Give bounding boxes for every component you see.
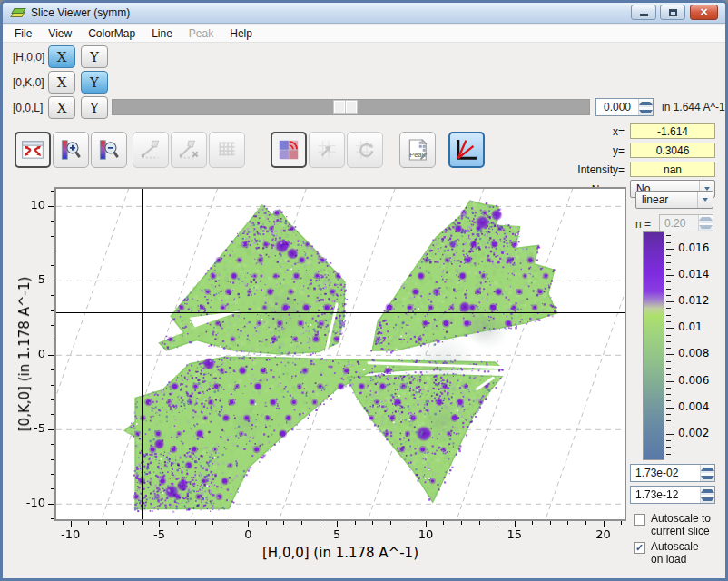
colorbar-zoom-out-button[interactable] [91,132,127,168]
menu-file[interactable]: File [6,25,40,42]
nonorthogonal-axes-icon [453,136,480,163]
dim-00l-x-button[interactable]: X [48,96,75,119]
slice-units-label: in 1.644 A^-1 [662,101,725,113]
slice-spin-down-button[interactable] [639,107,653,115]
colorbar-tick [666,262,671,263]
peaks-overlay-button[interactable]: Peak [399,132,436,168]
colorbar-tick [666,341,671,342]
slice-spin-up-button[interactable] [639,99,653,107]
readout-intensity-value: nan [630,162,715,177]
dim-0k0-y-button[interactable]: Y [81,71,108,94]
slice-slider-handle[interactable] [334,101,358,113]
min-spin-down-button[interactable] [701,495,714,503]
menu-help[interactable]: Help [221,25,261,42]
colorbar-zoom-in-button[interactable] [53,132,89,168]
readout-y-value: 0.3046 [630,143,715,158]
snap-grid-icon [214,137,240,162]
menu-bar: File View ColorMap Line Peak Help [3,25,725,43]
dim-h00-x-button[interactable]: X [48,45,75,68]
colorbar-zoom-in-icon [58,137,84,162]
title-bar[interactable]: Slice Viewer (symm) ✕ [3,3,725,24]
autoscale-current-checkbox[interactable] [634,514,645,526]
nonorthogonal-axes-button[interactable] [448,132,485,168]
menu-colormap[interactable]: ColorMap [80,25,143,42]
colorbar-tick [666,289,671,290]
colorbar-tick [666,361,671,362]
snap-grid-button [209,132,245,168]
close-button[interactable]: ✕ [690,5,718,20]
colorbar-tick [666,381,674,382]
rebin-refresh-icon [352,137,378,162]
power-n-spinbox: 0.20 [659,214,713,231]
maximize-button[interactable] [660,5,685,20]
colorbar [643,231,664,460]
scale-type-combobox[interactable]: linear [635,191,713,209]
menu-line[interactable]: Line [143,25,181,42]
menu-peak: Peak [181,25,221,42]
autoscale-load-check-icon: ✓ [635,542,644,554]
minimize-button[interactable] [631,5,656,20]
plot-canvas[interactable] [22,182,635,545]
colorbar-tick [666,335,671,336]
colorbar-tick-label: 0.016 [678,241,709,254]
colorbar-tick-label: 0.01 [678,320,703,333]
zoom-to-fit-button[interactable] [15,132,51,168]
colorbar-tick [666,275,674,276]
colorbar-tick [666,408,674,409]
colorbar-tick-label: 0.004 [678,400,709,413]
slice-value[interactable]: 0.000 [596,99,638,115]
minimize-icon [640,14,648,16]
maximize-icon [669,9,677,16]
zoom-to-fit-icon [20,137,45,162]
slice-value-spinbox[interactable]: 0.000 [595,98,654,116]
colorbar-zoom-out-icon [96,137,122,162]
window-title: Slice Viewer (symm) [31,6,130,19]
draw-line-icon [138,137,163,162]
autoscale-load-checkbox[interactable]: ✓ [634,542,645,554]
colorbar-tick-label: 0.014 [678,268,709,281]
colorbar-tick [666,295,671,296]
readout-x-value: -1.614 [630,123,715,139]
colorbar-tick [666,255,671,256]
colorbar-max-spinbox[interactable]: 1.73e-02 [630,464,715,482]
rebin-mode-button[interactable] [271,132,307,168]
rebin-current-button [309,132,345,168]
max-spin-down-button[interactable] [701,473,714,481]
dim-h00-y-button[interactable]: Y [81,45,108,68]
colorbar-tick [666,235,671,236]
rebin-current-icon [314,137,339,162]
colorbar-tick [666,269,671,270]
draw-line-button [133,132,169,168]
power-n-value: 0.20 [660,215,698,231]
colorbar-tick [666,242,671,243]
colorbar-min-value[interactable]: 1.73e-12 [631,487,700,503]
colorbar-tick [666,394,671,395]
colorbar-tick [666,308,671,309]
dim-00l-y-button[interactable]: Y [81,96,108,119]
scale-type-value: linear [636,193,697,206]
autoscale-load-label: Autoscale on load [651,540,719,566]
x-axis-title: [H,0,0] (in 1.178 A^-1) [56,545,625,561]
clear-line-button [171,132,207,168]
colorbar-tick [666,454,671,455]
readout-x-label: x= [547,125,625,138]
colorbar-tick [666,428,671,428]
colorbar-tick-label: 0.012 [678,294,709,307]
max-spin-up-button[interactable] [701,465,714,473]
readout-intensity-label: Intensity= [547,163,625,176]
colorbar-tick-label: 0.006 [678,374,709,387]
colorbar-tick [666,420,671,421]
colorbar-tick [666,328,674,329]
min-spin-up-button[interactable] [701,487,714,495]
dim-0k0-x-button[interactable]: X [48,71,75,94]
peaks-overlay-icon: Peak [404,136,431,163]
colorbar-tick [666,315,671,316]
colorbar-max-value[interactable]: 1.73e-02 [631,465,700,481]
readout-y-label: y= [547,144,625,157]
slice-slider[interactable] [112,99,590,115]
colorbar-tick [666,348,671,349]
menu-view[interactable]: View [40,25,80,42]
rebin-refresh-button [347,132,383,168]
colorbar-min-spinbox[interactable]: 1.73e-12 [630,486,715,504]
colorbar-tick [666,440,671,441]
